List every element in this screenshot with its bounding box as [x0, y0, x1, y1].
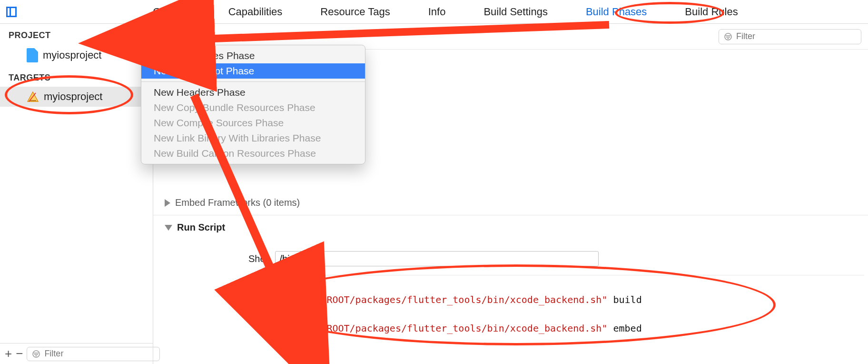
project-editor-tabbar: General Capabilities Resource Tags Info … — [0, 0, 868, 24]
menu-separator — [141, 81, 365, 82]
phase-embed-frameworks-header[interactable]: Embed Frameworks (0 items) — [153, 191, 868, 215]
filter-icon — [724, 32, 732, 41]
add-target-button[interactable]: + — [5, 346, 12, 361]
phase-run-script-label: Run Script — [177, 222, 225, 233]
tab-general[interactable]: General — [151, 5, 192, 19]
svg-point-7 — [725, 33, 731, 40]
tab-info[interactable]: Info — [426, 5, 448, 19]
menu-item-new-run-script[interactable]: New Run Script Phase — [141, 63, 365, 79]
add-phase-context-menu: New Copy Files Phase New Run Script Phas… — [141, 45, 365, 164]
svg-point-3 — [33, 351, 39, 357]
menu-item-new-headers[interactable]: New Headers Phase — [141, 85, 365, 100]
build-phases-filter-input[interactable] — [736, 31, 856, 41]
sidebar-target-row[interactable]: myiosproject — [0, 87, 153, 107]
remove-target-button[interactable]: − — [16, 346, 23, 361]
menu-item-new-compile-sources: New Compile Sources Phase — [141, 115, 365, 131]
sidebar-footer: + − — [0, 343, 153, 364]
sidebar-project-label: myiosproject — [43, 49, 101, 61]
script-code[interactable]: "$FLUTTER_ROOT/packages/flutter_tools/bi… — [269, 275, 642, 364]
phase-run-script-header[interactable]: Run Script — [153, 215, 868, 240]
run-script-editor[interactable]: 1 2 3 "$FLUTTER_ROOT/packages/flutter_to… — [248, 275, 864, 364]
tab-build-settings[interactable]: Build Settings — [482, 5, 550, 19]
sidebar-section-project: PROJECT — [0, 24, 153, 44]
left-panel-toggle-icon[interactable] — [6, 7, 17, 17]
tab-build-rules[interactable]: Build Rules — [683, 5, 740, 19]
project-targets-sidebar: PROJECT myiosproject TARGETS myiosprojec… — [0, 24, 153, 364]
build-phases-filter-field[interactable] — [719, 29, 861, 44]
menu-item-new-copy-bundle-resources: New Copy Bundle Resources Phase — [141, 100, 365, 115]
disclosure-triangle-icon — [165, 199, 170, 207]
sidebar-target-label: myiosproject — [44, 91, 102, 103]
sidebar-filter-field[interactable] — [27, 347, 160, 361]
filter-icon — [32, 350, 40, 358]
app-target-icon — [27, 91, 39, 102]
phase-embed-frameworks-label: Embed Frameworks (0 items) — [175, 197, 300, 208]
tab-resource-tags[interactable]: Resource Tags — [318, 5, 392, 19]
sidebar-filter-input[interactable] — [44, 349, 155, 359]
shell-label: Shell — [248, 253, 269, 264]
shell-input[interactable] — [275, 251, 599, 266]
sidebar-project-row[interactable]: myiosproject — [0, 44, 153, 66]
line-gutter: 1 2 3 — [248, 275, 269, 364]
xcodeproj-icon — [27, 48, 38, 62]
tab-build-phases[interactable]: Build Phases — [584, 5, 649, 19]
menu-item-new-copy-files[interactable]: New Copy Files Phase — [141, 48, 365, 63]
disclosure-triangle-open-icon — [165, 225, 172, 231]
run-script-body: Shell 1 2 3 "$FLUTTER_ROOT/packages/flut… — [153, 240, 868, 364]
menu-item-new-build-carbon: New Build Carbon Resources Phase — [141, 146, 365, 161]
sidebar-section-targets: TARGETS — [0, 66, 153, 87]
tab-capabilities[interactable]: Capabilities — [227, 5, 285, 19]
menu-item-new-link-binary: New Link Binary With Libraries Phase — [141, 131, 365, 146]
